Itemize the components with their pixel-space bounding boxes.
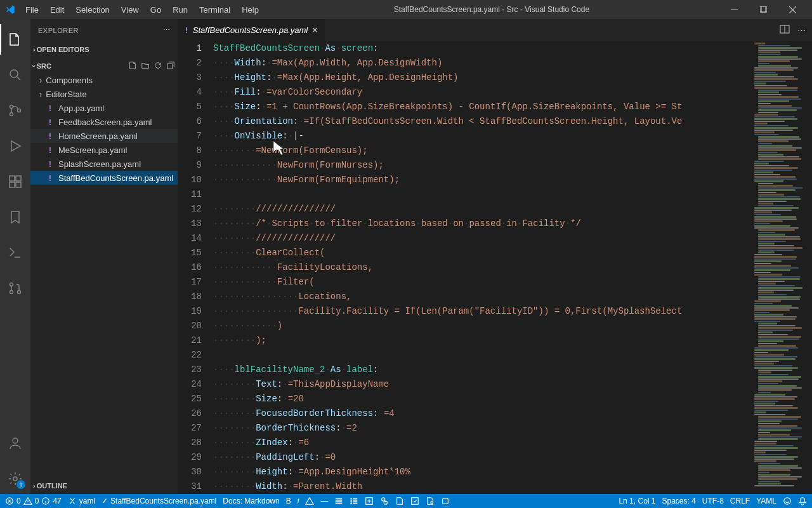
chevron-right-icon: › [33, 482, 36, 490]
activity-accounts[interactable] [0, 428, 30, 458]
svg-rect-10 [16, 176, 21, 181]
status-bold[interactable]: B [286, 497, 291, 505]
status-icon-10[interactable] [441, 497, 450, 505]
explorer-more-button[interactable]: ⋯ [163, 26, 171, 34]
status-icon-7[interactable] [395, 497, 404, 505]
activity-extensions[interactable] [0, 166, 30, 197]
activity-explorer[interactable] [0, 24, 30, 55]
tab-bar: ! StaffBedCountsScreen.pa.yaml ✕ ⋯ [178, 19, 812, 41]
menu-run[interactable]: Run [167, 3, 193, 17]
yaml-file-icon: ! [46, 104, 55, 113]
status-eol[interactable]: CRLF [730, 497, 750, 505]
window-title: StaffBedCountsScreen.pa.yaml - Src - Vis… [264, 5, 719, 14]
menu-edit[interactable]: Edit [45, 3, 69, 17]
status-filename[interactable]: ✓StaffBedCountsScreen.pa.yaml [102, 497, 216, 505]
svg-rect-22 [336, 503, 343, 504]
menu-selection[interactable]: Selection [70, 3, 114, 17]
folder-editorstate[interactable]: ›EditorState [30, 87, 178, 101]
sidebar-explorer: EXPLORER ⋯ › OPEN EDITORS › SRC ›Compone… [30, 19, 178, 494]
section-src[interactable]: › SRC [30, 59, 178, 73]
svg-point-14 [13, 438, 18, 443]
split-editor-icon[interactable] [780, 24, 790, 36]
section-open-editors[interactable]: › OPEN EDITORS [30, 43, 178, 57]
svg-point-6 [18, 109, 21, 112]
status-problems[interactable]: 0 0 47 [5, 497, 62, 505]
activity-bar: 1 [0, 19, 30, 494]
window-minimize-button[interactable] [719, 0, 749, 19]
minimap[interactable] [751, 41, 812, 494]
tab-staffbedcounts[interactable]: ! StaffBedCountsScreen.pa.yaml ✕ [178, 19, 325, 41]
tab-label: StaffBedCountsScreen.pa.yaml [193, 25, 308, 35]
yaml-file-icon: ! [46, 131, 55, 141]
status-icon-8[interactable] [410, 497, 419, 505]
status-icon-5[interactable] [365, 497, 374, 505]
tab-close-button[interactable]: ✕ [311, 25, 318, 35]
svg-point-12 [10, 291, 13, 294]
svg-rect-0 [731, 10, 738, 10]
window-maximize-button[interactable] [749, 0, 778, 19]
activity-pull-request[interactable] [0, 273, 30, 304]
status-italic[interactable]: i [298, 497, 299, 505]
svg-rect-27 [353, 500, 358, 502]
status-icon-3[interactable] [334, 497, 343, 505]
svg-point-11 [10, 283, 13, 286]
menu-help[interactable]: Help [237, 3, 264, 17]
svg-point-23 [351, 498, 353, 500]
status-docs[interactable]: Docs: Markdown [223, 497, 279, 505]
file-home[interactable]: !HomeScreen.pa.yaml [30, 129, 178, 143]
activity-settings[interactable]: 1 [0, 464, 30, 494]
svg-point-3 [10, 70, 18, 77]
svg-rect-8 [10, 182, 15, 187]
status-cursor-pos[interactable]: Ln 1, Col 1 [619, 497, 655, 505]
settings-badge: 1 [16, 480, 25, 489]
file-splash[interactable]: !SplashScreen.pa.yaml [30, 157, 178, 171]
status-language[interactable]: YAML [756, 497, 776, 505]
status-icon-1[interactable] [305, 497, 314, 505]
svg-point-4 [10, 105, 13, 109]
status-branch[interactable]: yaml [68, 497, 95, 505]
menu-go[interactable]: Go [145, 3, 166, 17]
svg-point-13 [18, 291, 21, 294]
svg-point-5 [10, 113, 13, 116]
yaml-file-icon: ! [46, 145, 55, 155]
collapse-all-icon[interactable] [166, 61, 175, 71]
status-icon-4[interactable] [350, 497, 358, 505]
status-icon-6[interactable] [380, 497, 389, 505]
status-bell-icon[interactable] [798, 497, 807, 505]
window-close-button[interactable] [778, 0, 807, 19]
activity-output[interactable] [0, 237, 30, 268]
svg-rect-16 [167, 64, 173, 69]
chevron-right-icon: › [39, 76, 42, 85]
folder-components[interactable]: ›Components [30, 73, 178, 87]
yaml-file-icon: ! [46, 159, 55, 169]
status-encoding[interactable]: UTF-8 [702, 497, 724, 505]
menu-view[interactable]: View [116, 3, 144, 17]
status-icon-9[interactable] [426, 497, 435, 505]
activity-source-control[interactable] [0, 95, 30, 126]
file-me[interactable]: !MeScreen.pa.yaml [30, 143, 178, 157]
svg-point-24 [351, 500, 353, 502]
file-app[interactable]: !App.pa.yaml [30, 101, 178, 115]
status-spaces[interactable]: Spaces: 4 [662, 497, 695, 505]
section-outline[interactable]: › OUTLINE [30, 479, 178, 493]
status-feedback-icon[interactable] [783, 497, 792, 505]
svg-rect-26 [353, 498, 358, 500]
activity-run-debug[interactable] [0, 131, 30, 161]
new-folder-icon[interactable] [141, 61, 150, 71]
refresh-icon[interactable] [154, 61, 162, 71]
svg-rect-30 [412, 498, 419, 505]
activity-bookmark[interactable] [0, 202, 30, 232]
more-actions-icon[interactable]: ⋯ [797, 25, 806, 35]
svg-point-15 [13, 477, 17, 481]
file-feedback[interactable]: !FeedbackScreen.pa.yaml [30, 115, 178, 129]
code-content[interactable]: StaffBedCountsScreen·As·screen:····Width… [213, 41, 751, 494]
status-icon-2[interactable]: — [320, 497, 328, 505]
file-staffbedcounts[interactable]: !StaffBedCountsScreen.pa.yaml [30, 171, 178, 185]
new-file-icon[interactable] [128, 61, 137, 71]
menu-terminal[interactable]: Terminal [194, 3, 235, 17]
menu-file[interactable]: File [20, 3, 44, 17]
svg-rect-2 [761, 6, 767, 12]
activity-search[interactable] [0, 60, 30, 90]
chevron-down-icon: › [30, 65, 38, 67]
svg-point-33 [784, 498, 791, 505]
